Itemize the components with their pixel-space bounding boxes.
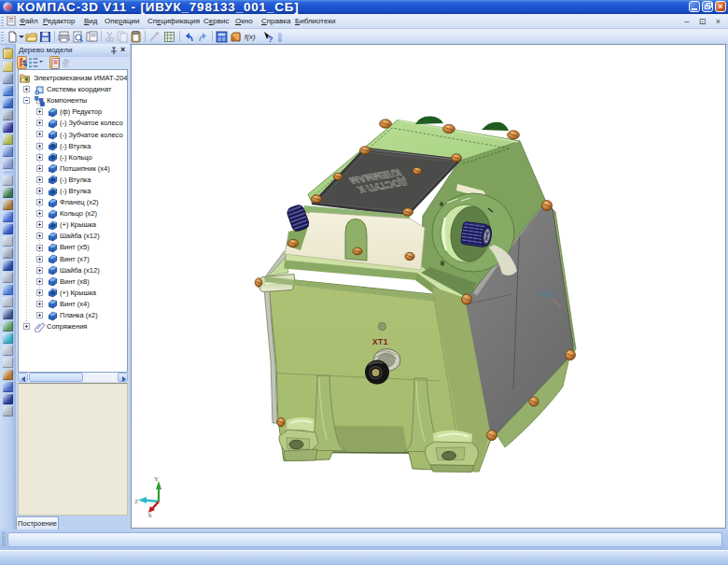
svg-text:?: ? <box>268 35 273 43</box>
svg-text:XT1: XT1 <box>372 337 388 346</box>
svg-text:Y: Y <box>154 475 159 483</box>
svg-text:Z: Z <box>134 498 138 505</box>
svg-text:X: X <box>147 512 152 519</box>
svg-text:f(x): f(x) <box>245 33 256 41</box>
